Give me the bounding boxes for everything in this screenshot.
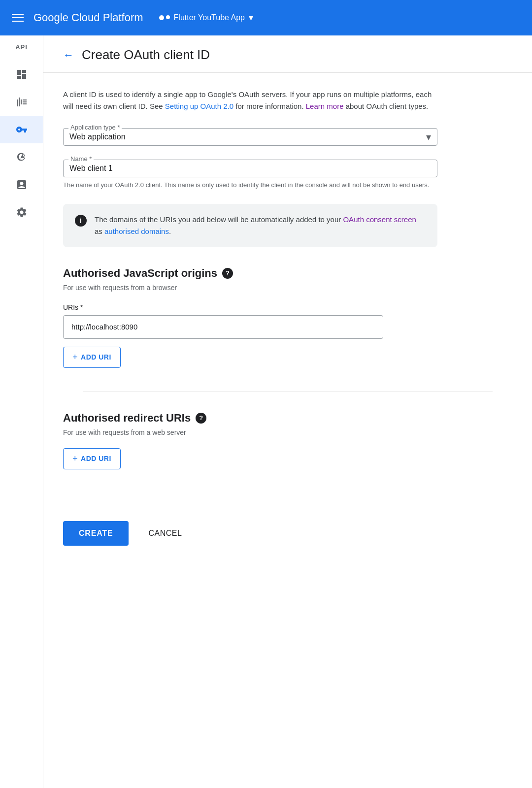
plus-icon: + <box>72 352 78 362</box>
uri-label: URIs * <box>63 303 512 311</box>
page-header: ← Create OAuth client ID <box>43 35 532 73</box>
project-dots-icon <box>159 15 170 20</box>
name-label: Name * <box>68 155 94 163</box>
redirect-uris-add-uri-button[interactable]: + ADD URI <box>63 448 121 469</box>
js-origins-uri-field: URIs * <box>63 303 512 339</box>
app-layout: API <box>0 35 532 788</box>
redirect-uris-add-uri-label: ADD URI <box>81 455 111 462</box>
name-input[interactable] <box>69 164 431 173</box>
description-text: A client ID is used to identify a single… <box>63 89 437 112</box>
oauth-consent-link[interactable]: OAuth consent screen <box>343 215 416 224</box>
explore-icon <box>16 151 28 163</box>
api-label: API <box>15 43 28 51</box>
js-origins-add-uri-button[interactable]: + ADD URI <box>63 347 121 368</box>
app-type-wrapper: Application type * Web applicationAndroi… <box>63 128 437 146</box>
app-type-label: Application type * <box>68 124 122 131</box>
info-box: i The domains of the URIs you add below … <box>63 204 437 247</box>
info-icon: i <box>75 215 87 227</box>
section-divider <box>83 392 493 392</box>
sidebar: API <box>0 35 43 788</box>
info-box-text: The domains of the URIs you add below wi… <box>95 214 426 237</box>
authorised-domains-link[interactable]: authorised domains <box>104 227 169 235</box>
menu-button[interactable] <box>12 14 24 22</box>
back-button[interactable]: ← <box>63 49 74 62</box>
top-nav: Google Cloud Platform Flutter YouTube Ap… <box>0 0 532 35</box>
sidebar-item-credentials[interactable] <box>0 116 43 143</box>
name-field: Name * The name of your OAuth 2.0 client… <box>63 160 437 190</box>
redirect-uris-help-icon[interactable]: ? <box>196 413 206 424</box>
oauth-setup-link[interactable]: Setting up OAuth 2.0 <box>165 102 233 110</box>
js-origins-add-uri-label: ADD URI <box>81 353 111 361</box>
plus-icon-2: + <box>72 454 78 464</box>
key-icon <box>16 124 28 135</box>
action-buttons: CREATE CANCEL <box>43 509 532 558</box>
dashboard-icon <box>16 68 28 80</box>
sidebar-item-settings[interactable] <box>0 198 43 226</box>
learn-more-link[interactable]: Learn more <box>306 102 344 110</box>
sidebar-item-library[interactable] <box>0 88 43 116</box>
sidebar-item-explore[interactable] <box>0 143 43 171</box>
project-selector[interactable]: Flutter YouTube App ▾ <box>159 12 253 23</box>
js-origins-section: Authorised JavaScript origins ? For use … <box>63 267 512 368</box>
tasks-icon <box>16 179 28 191</box>
sidebar-item-dashboard[interactable] <box>0 61 43 88</box>
app-type-field: Application type * Web applicationAndroi… <box>63 128 437 146</box>
redirect-uris-subtitle: For use with requests from a web server <box>63 428 512 436</box>
name-wrapper: Name * <box>63 160 437 177</box>
app-type-select[interactable]: Web applicationAndroidiOSDesktop appTVs … <box>69 132 431 141</box>
settings-icon <box>16 206 28 218</box>
uri-input-wrapper <box>63 315 383 339</box>
chevron-down-icon: ▾ <box>249 12 253 23</box>
name-hint: The name of your OAuth 2.0 client. This … <box>63 180 437 190</box>
js-origins-subtitle: For use with requests from a browser <box>63 284 512 292</box>
sidebar-item-tasks[interactable] <box>0 171 43 198</box>
redirect-uris-section: Authorised redirect URIs ? For use with … <box>63 412 512 469</box>
page-title: Create OAuth client ID <box>82 47 210 63</box>
js-origins-uri-input[interactable] <box>71 323 375 331</box>
redirect-uris-title: Authorised redirect URIs ? <box>63 412 512 425</box>
cancel-button[interactable]: CANCEL <box>136 521 194 546</box>
form-area: A client ID is used to identify a single… <box>43 73 532 509</box>
js-origins-title: Authorised JavaScript origins ? <box>63 267 512 280</box>
create-button[interactable]: CREATE <box>63 521 129 546</box>
project-name: Flutter YouTube App <box>174 13 245 22</box>
library-icon <box>16 96 28 108</box>
js-origins-help-icon[interactable]: ? <box>222 268 233 279</box>
gcp-logo: Google Cloud Platform <box>33 11 143 24</box>
main-content: ← Create OAuth client ID A client ID is … <box>43 35 532 788</box>
